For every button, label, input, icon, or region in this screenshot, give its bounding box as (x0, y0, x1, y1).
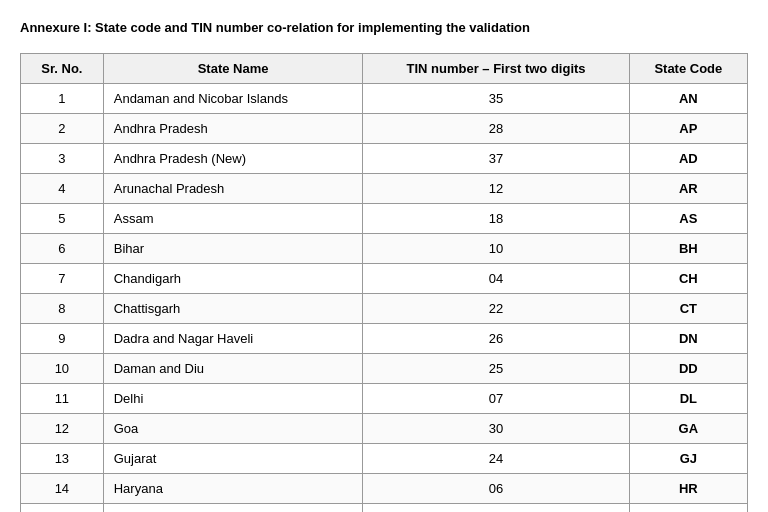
cell-tin: 22 (363, 294, 629, 324)
cell-tin: 28 (363, 114, 629, 144)
cell-tin: 30 (363, 414, 629, 444)
cell-state: Andaman and Nicobar Islands (103, 84, 363, 114)
cell-state: Dadra and Nagar Haveli (103, 324, 363, 354)
col-header-code: State Code (629, 54, 747, 84)
cell-state: Himachal Pradesh (103, 504, 363, 513)
cell-sr: 2 (21, 114, 104, 144)
cell-tin: 25 (363, 354, 629, 384)
cell-tin: 02 (363, 504, 629, 513)
table-row: 15Himachal Pradesh02HP (21, 504, 748, 513)
cell-sr: 7 (21, 264, 104, 294)
cell-tin: 24 (363, 444, 629, 474)
cell-state: Bihar (103, 234, 363, 264)
cell-tin: 26 (363, 324, 629, 354)
table-row: 8Chattisgarh22CT (21, 294, 748, 324)
cell-sr: 9 (21, 324, 104, 354)
cell-tin: 07 (363, 384, 629, 414)
cell-sr: 5 (21, 204, 104, 234)
cell-code: DD (629, 354, 747, 384)
cell-sr: 1 (21, 84, 104, 114)
cell-code: AS (629, 204, 747, 234)
cell-tin: 18 (363, 204, 629, 234)
table-row: 2Andhra Pradesh28AP (21, 114, 748, 144)
table-row: 5Assam18AS (21, 204, 748, 234)
table-row: 10Daman and Diu25DD (21, 354, 748, 384)
cell-tin: 35 (363, 84, 629, 114)
cell-code: CT (629, 294, 747, 324)
cell-state: Gujarat (103, 444, 363, 474)
cell-code: AP (629, 114, 747, 144)
table-row: 1Andaman and Nicobar Islands35AN (21, 84, 748, 114)
table-row: 7Chandigarh04CH (21, 264, 748, 294)
cell-sr: 14 (21, 474, 104, 504)
cell-state: Chandigarh (103, 264, 363, 294)
cell-code: DN (629, 324, 747, 354)
table-row: 3Andhra Pradesh (New)37AD (21, 144, 748, 174)
cell-state: Andhra Pradesh (New) (103, 144, 363, 174)
cell-code: AD (629, 144, 747, 174)
cell-sr: 13 (21, 444, 104, 474)
cell-code: BH (629, 234, 747, 264)
table-row: 13Gujarat24GJ (21, 444, 748, 474)
cell-state: Delhi (103, 384, 363, 414)
cell-code: HR (629, 474, 747, 504)
cell-code: AR (629, 174, 747, 204)
cell-sr: 8 (21, 294, 104, 324)
page-title: Annexure I: State code and TIN number co… (20, 20, 748, 35)
table-row: 4Arunachal Pradesh12AR (21, 174, 748, 204)
cell-sr: 11 (21, 384, 104, 414)
col-header-sr: Sr. No. (21, 54, 104, 84)
table-row: 6Bihar10BH (21, 234, 748, 264)
cell-state: Andhra Pradesh (103, 114, 363, 144)
cell-tin: 06 (363, 474, 629, 504)
cell-sr: 3 (21, 144, 104, 174)
col-header-state: State Name (103, 54, 363, 84)
cell-code: GA (629, 414, 747, 444)
cell-sr: 12 (21, 414, 104, 444)
cell-code: DL (629, 384, 747, 414)
cell-tin: 10 (363, 234, 629, 264)
cell-state: Haryana (103, 474, 363, 504)
col-header-tin: TIN number – First two digits (363, 54, 629, 84)
table-row: 9Dadra and Nagar Haveli26DN (21, 324, 748, 354)
cell-tin: 12 (363, 174, 629, 204)
cell-code: HP (629, 504, 747, 513)
cell-sr: 6 (21, 234, 104, 264)
cell-sr: 4 (21, 174, 104, 204)
cell-code: GJ (629, 444, 747, 474)
cell-state: Goa (103, 414, 363, 444)
cell-sr: 10 (21, 354, 104, 384)
table-row: 14Haryana06HR (21, 474, 748, 504)
table-row: 11Delhi07DL (21, 384, 748, 414)
cell-state: Arunachal Pradesh (103, 174, 363, 204)
state-code-table: Sr. No. State Name TIN number – First tw… (20, 53, 748, 512)
cell-code: CH (629, 264, 747, 294)
cell-tin: 37 (363, 144, 629, 174)
cell-sr: 15 (21, 504, 104, 513)
cell-tin: 04 (363, 264, 629, 294)
cell-state: Chattisgarh (103, 294, 363, 324)
cell-code: AN (629, 84, 747, 114)
cell-state: Assam (103, 204, 363, 234)
cell-state: Daman and Diu (103, 354, 363, 384)
table-row: 12Goa30GA (21, 414, 748, 444)
